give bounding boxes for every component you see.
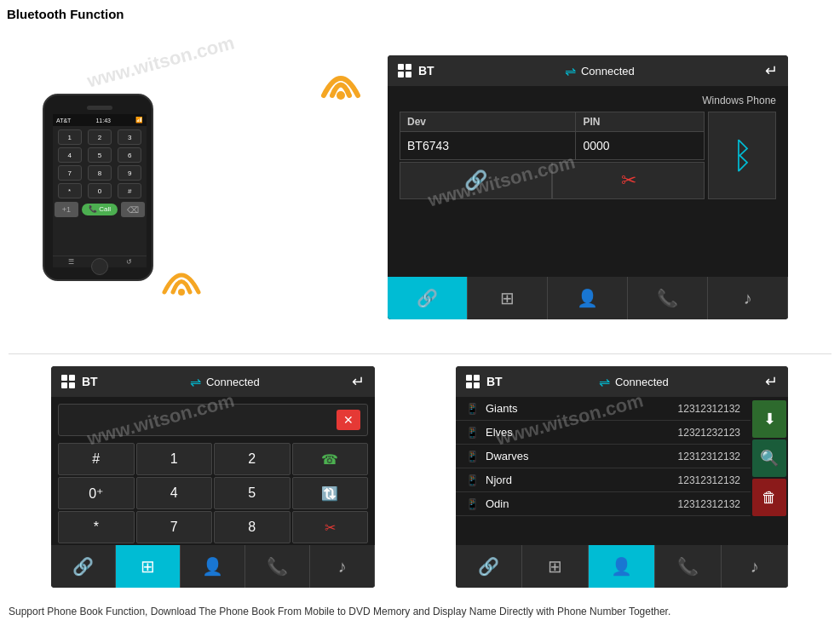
contact-phone-icon-4: 📱 — [466, 498, 479, 510]
bt-phonebook-header: BT ⇌ Connected ↵ — [456, 366, 788, 397]
dialer-nav-music[interactable]: ♪ — [310, 545, 375, 588]
search-button[interactable]: 🔍 — [752, 439, 786, 477]
pbnav-contact-icon: 👤 — [611, 556, 632, 577]
key-5[interactable]: 5 — [214, 477, 291, 509]
bt-dialer-nav: 🔗 ⊞ 👤 📞 ♪ — [51, 545, 375, 588]
action-row: 🔗 ✂ — [400, 162, 705, 199]
dialer-bt-label: BT — [82, 375, 98, 388]
contact-phone-icon-0: 📱 — [466, 403, 479, 415]
pb-bt-label: BT — [486, 375, 503, 388]
contact-row-giants[interactable]: 📱 Giants 12312312132 — [456, 397, 751, 421]
contact-name-0: Giants — [486, 402, 678, 415]
key-hash[interactable]: # — [58, 443, 135, 475]
phonebook-action-buttons: ⬇ 🔍 🗑 — [751, 397, 788, 520]
dialer-input-row: ✕ — [58, 404, 368, 436]
delete-button[interactable]: 🗑 — [752, 479, 786, 516]
key-endcall[interactable]: ✂ — [292, 511, 369, 543]
svg-point-1 — [178, 289, 185, 296]
dnav-grid-icon: ⊞ — [141, 556, 155, 577]
dialer-connected-label: Connected — [206, 376, 260, 388]
pb-nav-contact[interactable]: 👤 — [589, 545, 655, 588]
key-call[interactable]: ☎ — [292, 443, 369, 475]
dnav-music-icon: ♪ — [338, 557, 347, 577]
pb-nav-grid[interactable]: ⊞ — [522, 545, 589, 588]
bt-nav-tab-grid[interactable]: ⊞ — [468, 277, 548, 319]
key-7[interactable]: 7 — [136, 511, 213, 543]
wifi-signal-top — [307, 44, 375, 104]
arrows-icon: ⇌ — [565, 63, 576, 79]
bt-phonebook-nav: 🔗 ⊞ 👤 📞 ♪ — [456, 545, 788, 588]
dnav-link-icon: 🔗 — [72, 556, 94, 577]
pbnav-phone-icon: 📞 — [677, 556, 699, 577]
dialer-nav-contact[interactable]: 👤 — [181, 545, 245, 588]
bt-screen-top: BT ⇌ Connected ↵ Windows Phone Dev PIN B… — [388, 55, 788, 319]
link-button[interactable]: 🔗 — [400, 162, 552, 199]
phonebook-list: 📱 Giants 12312312132 📱 Elves 12321232123… — [456, 397, 751, 520]
contact-number-1: 12321232123 — [678, 427, 740, 439]
dialer-nav-phone[interactable]: 📞 — [245, 545, 310, 588]
key-refresh[interactable]: 🔃 — [292, 477, 369, 509]
key-2[interactable]: 2 — [214, 443, 291, 475]
grid-icon — [398, 64, 411, 78]
bt-phonebook-screen: BT ⇌ Connected ↵ 📱 Giants 12312312132 📱 … — [456, 366, 788, 588]
bt-nav-tab-phone[interactable]: 📞 — [628, 277, 708, 319]
key-0plus[interactable]: 0⁺ — [58, 477, 135, 509]
bt-nav-tab-music[interactable]: ♪ — [708, 277, 788, 319]
dnav-phone-icon: 📞 — [267, 556, 288, 577]
bt-nav-top: 🔗 ⊞ 👤 📞 ♪ — [388, 277, 788, 319]
bluetooth-logo: ᛒ — [732, 135, 753, 176]
key-1[interactable]: 1 — [136, 443, 213, 475]
dialer-connected-badge: ⇌ Connected — [190, 374, 260, 390]
dialer-input[interactable] — [66, 413, 337, 427]
pb-connected-badge: ⇌ Connected — [599, 374, 669, 390]
pb-nav-phone[interactable]: 📞 — [655, 545, 722, 588]
unlink-icon: ✂ — [621, 169, 636, 192]
contact-phone-icon-2: 📱 — [466, 451, 479, 462]
bt-nav-tab-contact[interactable]: 👤 — [548, 277, 628, 319]
contact-phone-icon-3: 📱 — [466, 474, 479, 486]
phonebook-body: 📱 Giants 12312312132 📱 Elves 12321232123… — [456, 397, 788, 520]
dialer-nav-grid[interactable]: ⊞ — [116, 545, 181, 588]
back-button[interactable]: ↵ — [765, 61, 778, 80]
page-title: Bluetooth Function — [7, 7, 124, 21]
dialer-nav-link[interactable]: 🔗 — [51, 545, 116, 588]
nav-grid-icon: ⊞ — [500, 288, 515, 308]
download-button[interactable]: ⬇ — [752, 400, 786, 438]
backspace-button[interactable]: ✕ — [337, 410, 360, 430]
contact-number-2: 12312312132 — [678, 451, 740, 462]
contact-name-4: Odin — [486, 497, 678, 510]
contact-phone-icon-1: 📱 — [466, 427, 479, 439]
bt-dialer-screen: BT ⇌ Connected ↵ ✕ # 1 2 ☎ 0⁺ 4 5 🔃 * 7 … — [51, 366, 375, 588]
dev-value: BT6743 — [400, 132, 576, 160]
key-8[interactable]: 8 — [214, 511, 291, 543]
bt-dialer-header: BT ⇌ Connected ↵ — [51, 366, 375, 397]
pbnav-music-icon: ♪ — [751, 557, 759, 577]
windows-phone-label: Windows Phone — [400, 95, 776, 106]
connected-label: Connected — [581, 65, 635, 78]
pbnav-grid-icon: ⊞ — [548, 556, 562, 577]
nav-phone-icon: 📞 — [657, 288, 678, 308]
nav-contact-icon: 👤 — [577, 288, 598, 308]
pb-nav-link[interactable]: 🔗 — [456, 545, 522, 588]
bt-label: BT — [418, 64, 434, 78]
contact-name-3: Njord — [486, 474, 678, 486]
pin-value: 0000 — [576, 132, 705, 160]
bt-table: Dev PIN BT6743 0000 — [400, 112, 705, 160]
pb-grid-icon — [466, 375, 480, 388]
contact-row-dwarves[interactable]: 📱 Dwarves 12312312132 — [456, 445, 751, 468]
nav-link-icon: 🔗 — [417, 288, 438, 308]
unlink-button[interactable]: ✂ — [552, 162, 705, 199]
contact-row-odin[interactable]: 📱 Odin 12312312132 — [456, 492, 751, 516]
pb-back-button[interactable]: ↵ — [765, 372, 778, 391]
key-star[interactable]: * — [58, 511, 135, 543]
contact-name-1: Elves — [486, 426, 678, 439]
contact-name-2: Dwarves — [486, 450, 678, 462]
key-4[interactable]: 4 — [136, 477, 213, 509]
bt-nav-tab-link[interactable]: 🔗 — [388, 277, 468, 319]
bottom-caption: Support Phone Book Function, Download Th… — [9, 606, 831, 617]
contact-row-elves[interactable]: 📱 Elves 12321232123 — [456, 421, 751, 445]
contact-number-3: 12312312132 — [678, 474, 740, 486]
contact-row-njord[interactable]: 📱 Njord 12312312132 — [456, 468, 751, 492]
dialer-back-button[interactable]: ↵ — [352, 372, 365, 391]
pb-nav-music[interactable]: ♪ — [722, 545, 788, 588]
